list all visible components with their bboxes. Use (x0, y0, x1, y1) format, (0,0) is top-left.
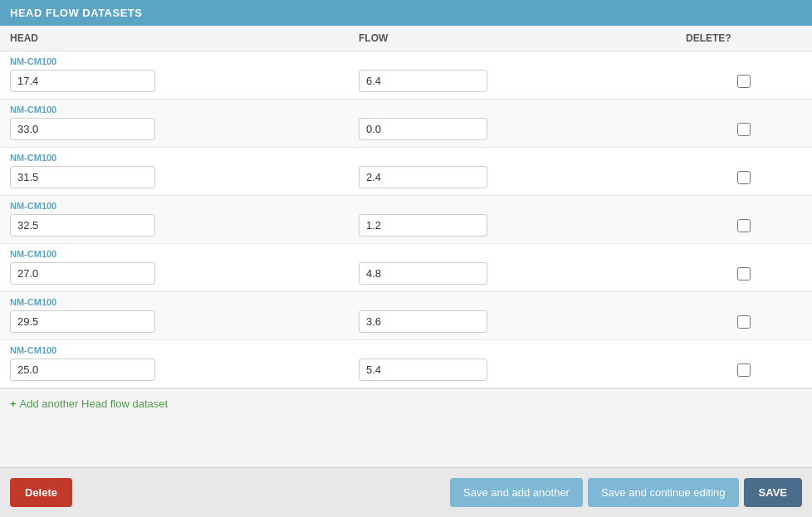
flow-cell (359, 118, 686, 140)
row-label: NM-CM100 (10, 105, 802, 115)
section-header: HEAD FLOW DATASETS (0, 0, 812, 26)
delete-button[interactable]: Delete (10, 478, 72, 507)
flow-input[interactable] (359, 262, 487, 285)
col-flow-label: FLOW (359, 32, 686, 44)
head-input[interactable] (10, 262, 155, 285)
head-input[interactable] (10, 118, 155, 140)
save-button[interactable]: SAVE (744, 478, 802, 507)
table-header: HEAD FLOW DELETE? (0, 26, 812, 51)
row-label: NM-CM100 (10, 153, 802, 163)
page-wrapper: HEAD FLOW DATASETS HEAD FLOW DELETE? NM-… (0, 0, 812, 517)
table-row: NM-CM100 (0, 292, 812, 340)
add-row-section: +Add another Head flow dataset (0, 388, 812, 418)
table-row: NM-CM100 (0, 244, 812, 292)
head-input[interactable] (10, 310, 155, 333)
table-row: NM-CM100 (0, 196, 812, 244)
save-continue-button[interactable]: Save and continue editing (588, 478, 739, 507)
delete-cell (686, 267, 802, 280)
head-input[interactable] (10, 70, 155, 92)
delete-checkbox[interactable] (737, 171, 751, 184)
head-cell (10, 262, 359, 285)
table-row: NM-CM100 (0, 148, 812, 196)
flow-cell (359, 70, 686, 92)
section-title: HEAD FLOW DATASETS (10, 7, 142, 19)
table-row: NM-CM100 (0, 100, 812, 148)
save-add-button[interactable]: Save and add another (450, 478, 583, 507)
plus-icon: + (10, 398, 17, 410)
delete-cell (686, 219, 802, 232)
delete-cell (686, 363, 802, 377)
footer-bar: Delete Save and add another Save and con… (0, 467, 812, 517)
flow-input[interactable] (359, 358, 487, 381)
flow-input[interactable] (359, 310, 487, 333)
col-delete-label: DELETE? (686, 32, 802, 44)
col-head-label: HEAD (10, 32, 359, 44)
row-label: NM-CM100 (10, 201, 802, 211)
delete-checkbox[interactable] (737, 219, 751, 232)
delete-checkbox[interactable] (737, 315, 751, 329)
head-cell (10, 118, 359, 140)
head-cell (10, 358, 359, 381)
flow-cell (359, 262, 686, 285)
delete-cell (686, 75, 802, 88)
head-input[interactable] (10, 214, 155, 237)
head-cell (10, 166, 359, 188)
flow-cell (359, 166, 686, 188)
delete-cell (686, 123, 802, 136)
footer-right: Save and add another Save and continue e… (450, 478, 802, 507)
delete-checkbox[interactable] (737, 75, 751, 88)
row-label: NM-CM100 (10, 345, 802, 355)
delete-cell (686, 315, 802, 329)
delete-checkbox[interactable] (737, 123, 751, 136)
row-label: NM-CM100 (10, 249, 802, 259)
delete-checkbox[interactable] (737, 267, 751, 280)
flow-cell (359, 358, 686, 381)
head-cell (10, 310, 359, 333)
row-label: NM-CM100 (10, 297, 802, 307)
flow-cell (359, 310, 686, 333)
delete-cell (686, 171, 802, 184)
delete-checkbox[interactable] (737, 363, 751, 377)
table-row: NM-CM100 (0, 340, 812, 388)
add-dataset-link[interactable]: +Add another Head flow dataset (10, 398, 168, 410)
table-row: NM-CM100 (0, 51, 812, 100)
head-input[interactable] (10, 166, 155, 188)
flow-input[interactable] (359, 214, 487, 237)
head-cell (10, 70, 359, 92)
head-input[interactable] (10, 358, 155, 381)
flow-input[interactable] (359, 166, 487, 188)
flow-input[interactable] (359, 70, 487, 92)
flow-input[interactable] (359, 118, 487, 140)
row-label: NM-CM100 (10, 56, 802, 66)
footer-left: Delete (10, 478, 72, 507)
dataset-rows: NM-CM100 NM-CM100 (0, 51, 812, 388)
head-cell (10, 214, 359, 237)
flow-cell (359, 214, 686, 237)
add-link-text: Add another Head flow dataset (20, 398, 169, 410)
